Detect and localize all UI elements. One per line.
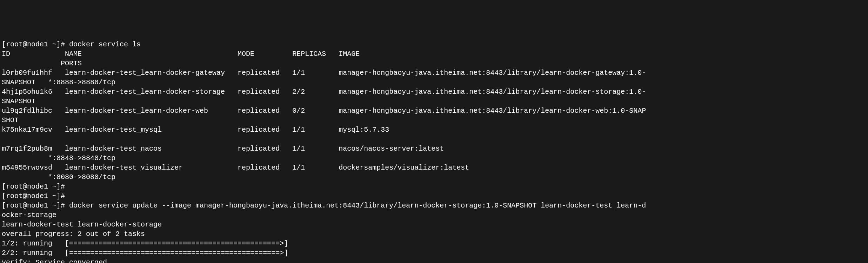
verify-status: verify: Service converged	[2, 258, 107, 263]
service-row-storage: 4hj1p5ohu1k6 learn-docker-test_learn-doc…	[2, 88, 646, 96]
service-row-visualizer: m54955rwovsd learn-docker-test_visualize…	[2, 164, 469, 172]
service-row-web-cont: SHOT	[2, 116, 19, 124]
progress-overall: overall progress: 2 out of 2 tasks	[2, 230, 145, 238]
service-row-gateway-cont: SNAPSHOT *:8888->8888/tcp	[2, 78, 115, 86]
service-row-storage-cont: SNAPSHOT	[2, 97, 35, 105]
service-row-visualizer-cont: *:8080->8080/tcp	[2, 173, 115, 181]
progress-task-2: 2/2: running [==========================…	[2, 249, 288, 257]
progress-task-1: 1/2: running [==========================…	[2, 239, 288, 248]
service-row-mysql: k75nka17m9cv learn-docker-test_mysql rep…	[2, 126, 389, 134]
service-row-nacos: m7rq1f2pub8m learn-docker-test_nacos rep…	[2, 145, 444, 153]
service-row-web: ul9q2fdlhibc learn-docker-test_learn-doc…	[2, 107, 646, 115]
prompt-line-2: [root@node1 ~]#	[2, 183, 65, 191]
prompt-line-1: [root@node1 ~]# docker service ls	[2, 40, 141, 48]
terminal-output[interactable]: [root@node1 ~]# docker service ls ID NAM…	[2, 40, 866, 263]
update-result: learn-docker-test_learn-docker-storage	[2, 221, 162, 229]
service-row-nacos-cont: *:8848->8848/tcp	[2, 154, 115, 162]
update-command-line1: [root@node1 ~]# docker service update --…	[2, 202, 646, 210]
table-header: ID NAME MODE REPLICAS IMAGE PORTS	[2, 50, 360, 67]
service-row-gateway: l0rb09fu1hhf learn-docker-test_learn-doc…	[2, 69, 646, 77]
prompt-line-3: [root@node1 ~]#	[2, 192, 65, 200]
update-command-line2: ocker-storage	[2, 211, 56, 219]
